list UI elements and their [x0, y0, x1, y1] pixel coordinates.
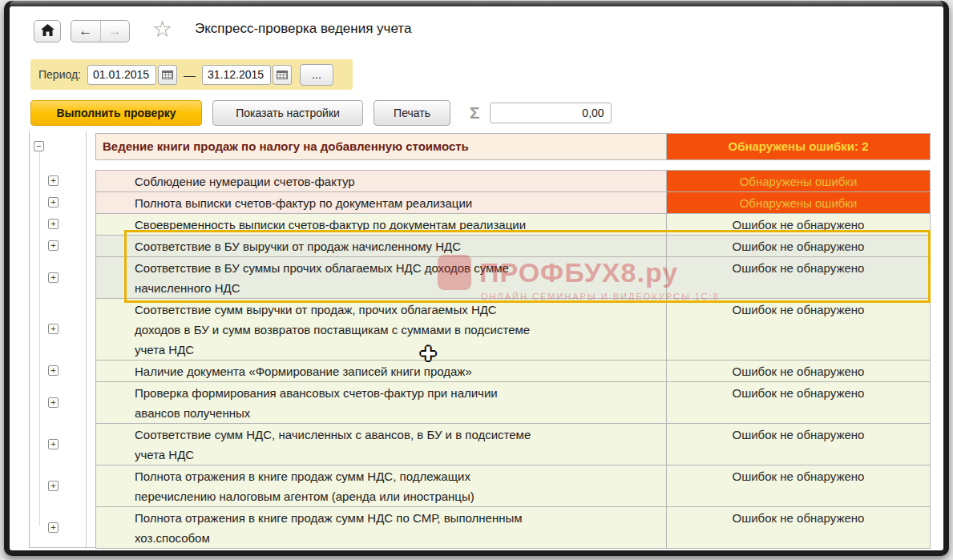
- group-header-row[interactable]: Ведение книги продаж по налогу на добавл…: [95, 133, 931, 160]
- tree-gutter-divider: [86, 131, 87, 547]
- check-status: Ошибок не обнаружено: [667, 507, 930, 548]
- check-name: Соответствие сумм НДС, начисленных с ава…: [96, 424, 667, 465]
- check-status: Ошибок не обнаружено: [667, 299, 930, 360]
- expand-icon[interactable]: +: [48, 219, 59, 229]
- group-title: Ведение книги продаж по налогу на добавл…: [96, 134, 667, 159]
- expand-icon[interactable]: +: [48, 439, 59, 449]
- check-status: Обнаружены ошибки: [667, 171, 930, 191]
- sum-field[interactable]: [490, 103, 612, 123]
- expand-icon[interactable]: +: [48, 324, 59, 334]
- table-row[interactable]: + Соответствие в БУ выручки от продаж на…: [96, 236, 930, 257]
- expand-icon[interactable]: +: [48, 397, 59, 408]
- checks-table: − Ведение книги продаж по налогу на доба…: [29, 131, 930, 548]
- table-row[interactable]: + Соответствие сумм выручки от продаж, п…: [96, 299, 930, 361]
- check-name: Соблюдение нумерации счетов-фактур: [96, 171, 667, 191]
- back-icon: ←: [79, 23, 92, 39]
- period-from-input[interactable]: [87, 65, 156, 85]
- expand-icon[interactable]: +: [48, 481, 59, 491]
- check-status: Ошибок не обнаружено: [667, 465, 930, 506]
- run-check-button[interactable]: Выполнить проверку: [30, 100, 202, 126]
- print-button[interactable]: Печать: [374, 100, 450, 126]
- page-title: Экспресс-проверка ведения учета: [195, 21, 411, 37]
- table-row[interactable]: + Полнота выписки счетов-фактур по докум…: [96, 192, 930, 214]
- check-name: Проверка формирования авансовых счетов-ф…: [96, 382, 667, 423]
- forward-icon: →: [108, 23, 122, 39]
- check-status: Ошибок не обнаружено: [667, 236, 930, 256]
- favorite-star-icon[interactable]: ☆: [152, 16, 172, 42]
- check-status: Ошибок не обнаружено: [667, 257, 930, 298]
- expand-icon[interactable]: +: [48, 365, 59, 376]
- calendar-button-from[interactable]: [158, 65, 177, 85]
- check-status: Ошибок не обнаружено: [667, 214, 930, 235]
- table-row[interactable]: + Наличие документа «Формирование записе…: [96, 361, 930, 382]
- check-status: Ошибок не обнаружено: [667, 361, 930, 381]
- show-settings-button[interactable]: Показать настройки: [212, 100, 363, 126]
- tree-connector-line: [39, 152, 40, 526]
- expand-icon[interactable]: +: [48, 240, 59, 251]
- calendar-icon: [277, 71, 288, 79]
- check-name: Полнота отражения в книге продаж сумм НД…: [96, 507, 667, 548]
- check-rows: + Соблюдение нумерации счетов-фактур Обн…: [95, 170, 931, 549]
- expand-icon[interactable]: +: [48, 175, 59, 186]
- table-row[interactable]: + Проверка формирования авансовых счетов…: [96, 382, 930, 424]
- period-dash: —: [184, 68, 196, 82]
- check-name: Полнота отражения в книге продаж сумм НД…: [96, 465, 667, 506]
- group-status-badge: Обнаружены ошибки: 2: [667, 134, 930, 159]
- check-status: Обнаружены ошибки: [667, 192, 930, 213]
- sigma-icon: Σ: [470, 103, 480, 123]
- check-status: Ошибок не обнаружено: [667, 424, 930, 465]
- home-icon: [41, 24, 55, 38]
- action-toolbar: Выполнить проверку Показать настройки Пе…: [30, 99, 612, 127]
- expand-icon[interactable]: +: [48, 197, 59, 207]
- check-name: Своевременность выписки счетов-фактур по…: [96, 214, 667, 235]
- check-name: Соответствие сумм выручки от продаж, про…: [96, 299, 667, 360]
- period-panel: Период: — ...: [30, 59, 353, 90]
- table-row[interactable]: + Полнота отражения в книге продаж сумм …: [96, 507, 930, 548]
- table-row[interactable]: + Соответствие сумм НДС, начисленных с а…: [96, 424, 930, 465]
- back-button[interactable]: ←: [71, 21, 101, 42]
- navigation-buttons: ← →: [71, 20, 130, 42]
- collapse-icon[interactable]: −: [34, 141, 44, 151]
- period-to-input[interactable]: [202, 65, 271, 85]
- expand-icon[interactable]: +: [48, 522, 59, 533]
- calendar-icon: [162, 71, 173, 79]
- check-name: Соответствие в БУ выручки от продаж начи…: [96, 236, 667, 256]
- table-row[interactable]: + Своевременность выписки счетов-фактур …: [96, 214, 930, 236]
- table-row[interactable]: + Полнота отражения в книге продаж сумм …: [96, 465, 930, 507]
- forward-button[interactable]: →: [101, 21, 130, 42]
- calendar-button-to[interactable]: [273, 65, 292, 85]
- check-status: Ошибок не обнаружено: [667, 382, 930, 423]
- period-more-button[interactable]: ...: [300, 64, 333, 86]
- check-name: Соответствие в БУ суммы прочих облагаемы…: [96, 257, 667, 298]
- home-button[interactable]: [34, 20, 61, 42]
- table-row[interactable]: + Соответствие в БУ суммы прочих облагае…: [96, 257, 930, 299]
- expand-icon[interactable]: +: [48, 272, 59, 283]
- table-row[interactable]: + Соблюдение нумерации счетов-фактур Обн…: [96, 171, 930, 192]
- check-name: Наличие документа «Формирование записей …: [96, 361, 667, 381]
- check-name: Полнота выписки счетов-фактур по докумен…: [96, 192, 667, 213]
- period-label: Период:: [38, 68, 81, 81]
